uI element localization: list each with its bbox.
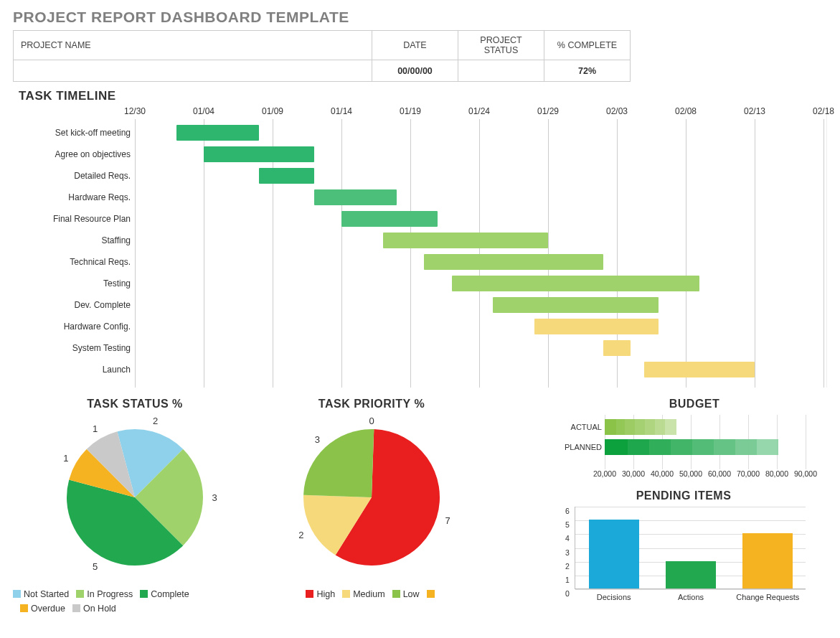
budget-tick: 40,000 xyxy=(651,469,674,478)
gantt-tick: 12/30 xyxy=(124,106,146,116)
pending-ytick: 1 xyxy=(565,576,570,584)
header-date-value[interactable]: 00/00/00 xyxy=(372,60,458,82)
timeline-section-title: TASK TIMELINE xyxy=(19,89,827,103)
gantt-tick: 02/13 xyxy=(744,106,765,116)
pending-bar xyxy=(589,520,639,588)
budget-tick: 90,000 xyxy=(794,469,817,478)
header-project-name-label: PROJECT NAME xyxy=(14,31,372,60)
pie-value-label: 7 xyxy=(445,515,450,526)
gantt-task-label: Set kick-off meeting xyxy=(13,122,135,144)
gantt-task-labels: Set kick-off meetingAgree on objectivesD… xyxy=(13,106,135,388)
gantt-task-label: Dev. Complete xyxy=(13,294,135,316)
legend-swatch xyxy=(342,590,350,598)
legend-label: Low xyxy=(403,589,420,599)
gantt-tick: 01/14 xyxy=(331,106,352,116)
budget-chart: 20,00030,00040,00050,00060,00070,00080,0… xyxy=(562,415,806,479)
legend-swatch xyxy=(306,590,313,598)
gantt-task-label: Technical Reqs. xyxy=(13,251,135,273)
gantt-tick: 01/19 xyxy=(400,106,421,116)
gantt-task-label: Final Resource Plan xyxy=(13,208,135,230)
budget-tick: 70,000 xyxy=(737,469,760,478)
header-project-name-value[interactable] xyxy=(14,60,372,82)
gantt-bar xyxy=(341,211,438,227)
budget-segment xyxy=(605,439,628,455)
budget-row-label: PLANNED xyxy=(562,439,602,455)
gantt-tick: 01/04 xyxy=(193,106,214,116)
pie-value-label: 3 xyxy=(315,433,320,444)
header-pct-value: 72% xyxy=(544,60,631,82)
legend-label: Overdue xyxy=(31,604,65,614)
pending-items-chart: 0123456DecisionsActionsChange Requests xyxy=(575,507,806,589)
status-section-title: TASK STATUS % xyxy=(13,398,257,411)
priority-legend: HighMediumLow xyxy=(264,587,479,601)
gantt-task-label: Detailed Reqs. xyxy=(13,165,135,187)
legend-swatch xyxy=(427,590,435,598)
gantt-tick: 01/29 xyxy=(537,106,559,116)
pending-bar xyxy=(666,561,716,588)
pie-value-label: 1 xyxy=(63,452,68,463)
budget-segment xyxy=(605,419,616,435)
gantt-bar xyxy=(176,125,259,141)
gantt-task-label: Agree on objectives xyxy=(13,144,135,165)
header-status-value[interactable] xyxy=(458,60,544,82)
task-priority-pie: 7230 xyxy=(289,415,454,580)
gantt-bar xyxy=(383,233,548,248)
legend-swatch xyxy=(76,590,84,598)
gantt-chart: 12/3001/0401/0901/1401/1901/2401/2902/03… xyxy=(135,106,827,388)
gantt-bar xyxy=(314,189,397,205)
gantt-bar xyxy=(452,276,700,291)
pending-ytick: 6 xyxy=(565,507,570,515)
pending-ytick: 0 xyxy=(565,589,570,598)
pie-value-label: 5 xyxy=(93,561,98,572)
legend-label: Not Started xyxy=(24,589,69,599)
budget-tick: 20,000 xyxy=(593,469,616,478)
pending-bar xyxy=(742,533,793,588)
status-legend: Not StartedIn ProgressCompleteOverdueOn … xyxy=(13,587,257,616)
gantt-tick: 02/03 xyxy=(606,106,628,116)
task-status-pie: 23511 xyxy=(49,415,221,580)
gantt-task-label: Hardware Config. xyxy=(13,316,135,337)
legend-label: On Hold xyxy=(83,604,116,614)
gantt-tick: 01/09 xyxy=(262,106,283,116)
legend-label: High xyxy=(316,589,335,599)
header-status-label: PROJECT STATUS xyxy=(458,31,544,60)
gantt-task-label: Testing xyxy=(13,273,135,294)
pending-ytick: 3 xyxy=(565,548,570,557)
gantt-task-label: Hardware Reqs. xyxy=(13,187,135,208)
gantt-bar xyxy=(534,319,659,334)
pie-value-label: 1 xyxy=(93,423,98,433)
legend-swatch xyxy=(392,590,400,598)
gantt-tick: 01/24 xyxy=(468,106,490,116)
gantt-bar xyxy=(259,168,314,184)
gantt-task-label: Launch xyxy=(13,359,135,380)
project-header-table: PROJECT NAME DATE PROJECT STATUS % COMPL… xyxy=(13,30,631,82)
gantt-bar xyxy=(424,254,603,270)
legend-label: Medium xyxy=(353,589,384,599)
gantt-bar xyxy=(493,297,658,313)
page-title: PROJECT REPORT DASHBOARD TEMPLATE xyxy=(13,9,827,26)
gantt-task-label: System Testing xyxy=(13,337,135,359)
pending-category-label: Actions xyxy=(655,593,727,601)
budget-row-label: ACTUAL xyxy=(562,419,602,435)
pending-section-title: PENDING ITEMS xyxy=(562,489,806,502)
gantt-task-label: Staffing xyxy=(13,230,135,251)
pie-value-label: 3 xyxy=(212,492,217,503)
budget-tick: 50,000 xyxy=(679,469,702,478)
pending-ytick: 2 xyxy=(565,562,570,571)
gantt-tick: 02/18 xyxy=(813,106,834,116)
legend-label: Complete xyxy=(151,589,189,599)
budget-section-title: BUDGET xyxy=(562,398,827,411)
legend-label: In Progress xyxy=(87,589,133,599)
gantt-bar xyxy=(644,362,755,377)
gantt-bar xyxy=(204,146,314,162)
header-date-label: DATE xyxy=(372,31,458,60)
budget-tick: 60,000 xyxy=(708,469,731,478)
gantt-tick: 02/08 xyxy=(675,106,697,116)
legend-swatch xyxy=(20,604,28,612)
legend-swatch xyxy=(13,590,21,598)
pie-value-label: 0 xyxy=(369,416,374,426)
header-pct-label: % COMPLETE xyxy=(544,31,631,60)
pending-category-label: Decisions xyxy=(578,593,650,601)
priority-section-title: TASK PRIORITY % xyxy=(264,398,479,411)
legend-swatch xyxy=(72,604,80,612)
